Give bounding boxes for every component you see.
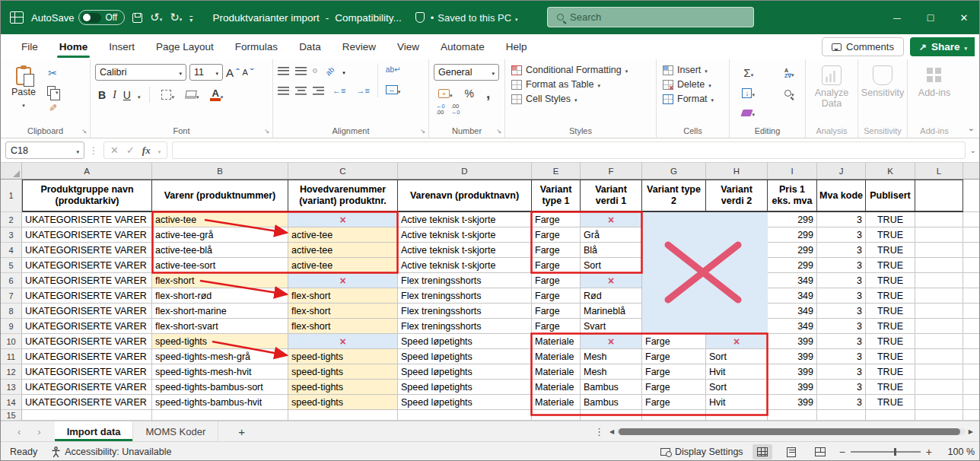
- cell-E9[interactable]: Farge: [532, 319, 581, 334]
- copy-button[interactable]: [45, 83, 61, 98]
- cell-F7[interactable]: Rød: [581, 288, 642, 304]
- number-format-select[interactable]: General: [434, 64, 499, 81]
- cell-F1[interactable]: Variant verdi 1: [581, 180, 642, 212]
- cell-I7[interactable]: 349: [768, 288, 817, 304]
- cell-J8[interactable]: 3: [817, 304, 866, 319]
- sensitivity-button[interactable]: Sensitivity: [858, 59, 907, 98]
- italic-button[interactable]: I: [113, 89, 116, 101]
- sensitivity-shield-icon[interactable]: [415, 12, 425, 23]
- cell-A11[interactable]: UKATEGORISERTE VARER: [22, 349, 152, 364]
- maximize-button[interactable]: [914, 1, 947, 34]
- cell-F3[interactable]: Grå: [581, 227, 642, 243]
- cell-A8[interactable]: UKATEGORISERTE VARER: [22, 304, 152, 319]
- find-select-button[interactable]: [774, 85, 806, 100]
- clipboard-dialog-launcher-icon[interactable]: [81, 128, 87, 135]
- cell-B13[interactable]: speed-tights-bambus-sort: [152, 380, 288, 395]
- column-header-C[interactable]: C: [288, 163, 398, 179]
- cell-K7[interactable]: TRUE: [866, 288, 915, 304]
- cell-C2[interactable]: ×: [288, 212, 398, 227]
- font-color-button[interactable]: A: [208, 87, 225, 103]
- cell-H9[interactable]: [706, 319, 768, 334]
- cell-M13[interactable]: [963, 380, 980, 395]
- cell-C13[interactable]: speed-tights: [288, 380, 398, 395]
- cell-G12[interactable]: Farge: [642, 364, 706, 380]
- cell-D4[interactable]: Active teknisk t-skjorte: [398, 243, 532, 258]
- cell-G15[interactable]: [642, 410, 706, 421]
- column-header-J[interactable]: J: [817, 163, 866, 179]
- cell-E2[interactable]: Farge: [532, 212, 581, 227]
- cell-K2[interactable]: TRUE: [866, 212, 915, 227]
- display-settings-button[interactable]: Display Settings: [660, 447, 743, 457]
- cell-B1[interactable]: Varenr (produktnummer): [152, 180, 288, 212]
- cell-D9[interactable]: Flex treningsshorts: [398, 319, 532, 334]
- cell-K9[interactable]: TRUE: [866, 319, 915, 334]
- cell-D1[interactable]: Varenavn (produktnavn): [398, 180, 532, 212]
- accounting-format-button[interactable]: [436, 86, 455, 101]
- cell-styles-button[interactable]: Cell Styles: [511, 94, 656, 104]
- cell-G7[interactable]: [642, 288, 706, 304]
- cell-L4[interactable]: [915, 243, 963, 258]
- column-header-F[interactable]: F: [581, 163, 642, 179]
- cell-J3[interactable]: 3: [817, 227, 866, 243]
- bold-button[interactable]: B: [98, 89, 106, 101]
- ribbon-tab-formulas[interactable]: Formulas: [225, 37, 288, 57]
- cell-G1[interactable]: Variant type 2: [642, 180, 706, 212]
- cell-M2[interactable]: [963, 212, 980, 227]
- cell-M3[interactable]: [963, 227, 980, 243]
- cell-G14[interactable]: Farge: [642, 395, 706, 410]
- cell-K1[interactable]: Publisert: [866, 180, 915, 212]
- cell-J11[interactable]: 3: [817, 349, 866, 364]
- cell-J4[interactable]: 3: [817, 243, 866, 258]
- cell-G4[interactable]: [642, 243, 706, 258]
- cell-E1[interactable]: Variant type 1: [532, 180, 581, 212]
- cell-E5[interactable]: Farge: [532, 258, 581, 273]
- horizontal-scrollbar[interactable]: ◀ ▶: [609, 426, 973, 437]
- addins-button[interactable]: Add-ins: [908, 59, 961, 98]
- cell-L11[interactable]: [915, 349, 963, 364]
- increase-decimal-button[interactable]: ←0.00: [436, 103, 445, 116]
- cell-F12[interactable]: Mesh: [581, 364, 642, 380]
- cell-F4[interactable]: Blå: [581, 243, 642, 258]
- cell-J1[interactable]: Mva kode: [817, 180, 866, 212]
- format-cells-button[interactable]: Format: [663, 94, 729, 104]
- select-all-corner[interactable]: [1, 163, 22, 179]
- column-header-I[interactable]: I: [768, 163, 817, 179]
- cell-H8[interactable]: [706, 304, 768, 319]
- zoom-level[interactable]: 100 %: [941, 447, 975, 457]
- cell-B3[interactable]: active-tee-grå: [152, 227, 288, 243]
- cell-I15[interactable]: [768, 410, 817, 421]
- accessibility-status[interactable]: Accessibility: Unavailable: [51, 447, 171, 458]
- row-header-8[interactable]: 8: [1, 304, 22, 319]
- collapse-ribbon-icon[interactable]: [968, 123, 975, 133]
- cell-B4[interactable]: active-tee-blå: [152, 243, 288, 258]
- sheet-prev-icon[interactable]: ‹: [18, 426, 21, 437]
- cell-B10[interactable]: speed-tights: [152, 334, 288, 349]
- share-button[interactable]: ↗ Share: [910, 37, 975, 56]
- cell-C4[interactable]: active-tee: [288, 243, 398, 258]
- cell-L10[interactable]: [915, 334, 963, 349]
- row-header-2[interactable]: 2: [1, 212, 22, 227]
- search-input[interactable]: Search: [547, 7, 754, 27]
- cell-I11[interactable]: 399: [768, 349, 817, 364]
- cell-I8[interactable]: 349: [768, 304, 817, 319]
- cell-F10[interactable]: ×: [581, 334, 642, 349]
- add-sheet-button[interactable]: +: [218, 421, 265, 441]
- redo-icon[interactable]: ↻: [170, 11, 182, 24]
- align-middle-icon[interactable]: [295, 67, 307, 75]
- page-layout-view-button[interactable]: [781, 444, 801, 459]
- scrollbar-thumb[interactable]: [619, 428, 960, 435]
- cell-B9[interactable]: flex-short-svart: [152, 319, 288, 334]
- confirm-entry-icon[interactable]: ✓: [126, 145, 135, 156]
- cell-D12[interactable]: Speed løpetights: [398, 364, 532, 380]
- cell-B12[interactable]: speed-tights-mesh-hvit: [152, 364, 288, 380]
- column-header-E[interactable]: E: [532, 163, 581, 179]
- borders-button[interactable]: [159, 87, 177, 103]
- cell-C3[interactable]: active-tee: [288, 227, 398, 243]
- cell-B11[interactable]: speed-tights-mesh-grå: [152, 349, 288, 364]
- cell-D7[interactable]: Flex treningsshorts: [398, 288, 532, 304]
- zoom-slider-thumb[interactable]: [894, 448, 897, 456]
- cell-E3[interactable]: Farge: [532, 227, 581, 243]
- cell-C12[interactable]: speed-tights: [288, 364, 398, 380]
- sheet-tab-import-data[interactable]: Import data: [55, 421, 134, 441]
- cell-F11[interactable]: Mesh: [581, 349, 642, 364]
